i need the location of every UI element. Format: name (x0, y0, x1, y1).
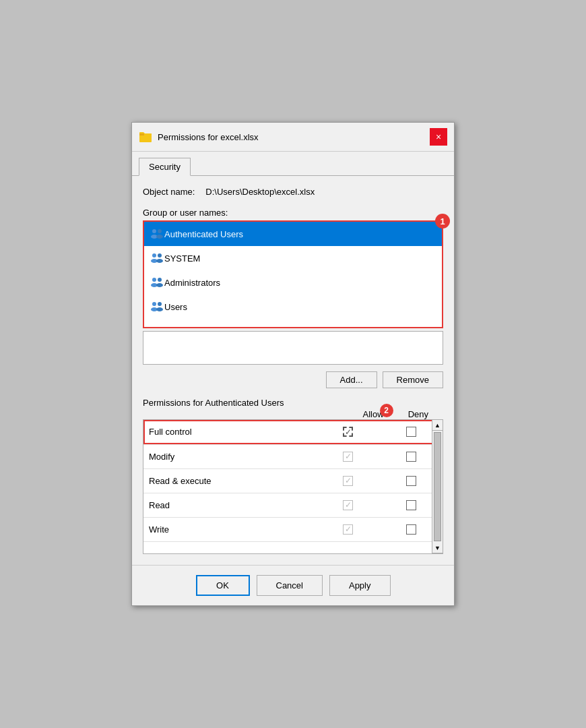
table-row[interactable]: Write (143, 517, 443, 541)
list-item[interactable]: SYSTEM (144, 246, 442, 270)
tab-bar: Security (132, 152, 454, 175)
user-group-icon (150, 299, 164, 314)
deny-checkbox[interactable] (406, 427, 416, 437)
add-button[interactable]: Add... (326, 371, 377, 388)
badge-2: 2 (380, 404, 393, 417)
extra-user-list[interactable] (143, 331, 443, 365)
badge-1: 1 (435, 214, 450, 229)
user-name: Users (164, 302, 187, 312)
user-group-icon (150, 251, 164, 266)
svg-point-2 (152, 229, 156, 233)
allow-cell[interactable] (317, 444, 379, 468)
svg-point-12 (158, 278, 162, 282)
object-name-label: Object name: (143, 187, 195, 197)
svg-rect-1 (139, 133, 144, 135)
svg-point-17 (156, 307, 163, 311)
deny-header: Deny (408, 409, 428, 419)
tab-content: Object name: D:\Users\Desktop\excel.xlsx… (132, 175, 454, 565)
list-item[interactable]: Administrators (144, 270, 442, 295)
permissions-table: Full control Modify (143, 420, 443, 542)
allow-checkbox[interactable] (343, 524, 353, 535)
svg-point-10 (152, 278, 156, 282)
permission-name: Full control (143, 420, 317, 444)
apply-button[interactable]: Apply (329, 575, 391, 596)
allow-checkbox[interactable] (343, 476, 353, 486)
remove-button[interactable]: Remove (383, 371, 443, 388)
permission-name: Read (143, 493, 317, 517)
allow-checkbox[interactable] (343, 500, 353, 510)
allow-cell[interactable] (317, 468, 379, 493)
dialog-footer: OK Cancel Apply (132, 565, 454, 605)
deny-checkbox[interactable] (406, 476, 416, 486)
allow-cell[interactable] (317, 493, 379, 517)
svg-point-6 (152, 253, 156, 257)
user-list-container: 1 Authenticated Users (143, 220, 443, 328)
ok-button[interactable]: OK (196, 575, 250, 596)
allow-cell[interactable] (317, 420, 379, 444)
group-section-label: Group or user names: (143, 208, 443, 218)
user-group-icon (150, 275, 164, 290)
deny-checkbox[interactable] (406, 524, 416, 535)
permissions-label: Permissions for Authenticated Users (143, 398, 443, 408)
table-row[interactable]: Full control (143, 420, 443, 444)
user-name: Administrators (164, 278, 220, 288)
user-buttons-row: Add... Remove (143, 371, 443, 388)
permissions-table-wrapper: Full control Modify (143, 419, 443, 554)
svg-point-13 (156, 283, 163, 287)
table-row[interactable]: Read & execute (143, 468, 443, 493)
permissions-dialog: Permissions for excel.xlsx × Security Ob… (131, 122, 455, 606)
table-row[interactable]: Read (143, 493, 443, 517)
scroll-down-button[interactable]: ▼ (432, 543, 443, 553)
allow-header: Allow 2 (363, 409, 384, 419)
user-group-icon (150, 226, 164, 241)
deny-checkbox[interactable] (406, 452, 416, 462)
svg-point-9 (156, 259, 163, 263)
permission-name: Modify (143, 444, 317, 468)
list-item[interactable]: Users (144, 295, 442, 319)
folder-icon (139, 130, 152, 144)
user-name: SYSTEM (164, 253, 200, 264)
close-button[interactable]: × (430, 128, 447, 146)
permission-name: Read & execute (143, 468, 317, 493)
svg-point-5 (156, 235, 163, 239)
svg-point-8 (158, 253, 162, 257)
svg-point-14 (152, 302, 156, 306)
title-bar: Permissions for excel.xlsx × (132, 123, 454, 152)
svg-point-4 (158, 229, 162, 233)
scroll-thumb[interactable] (434, 432, 441, 541)
cancel-button[interactable]: Cancel (257, 575, 323, 596)
allow-checkbox[interactable] (343, 427, 353, 437)
object-name-row: Object name: D:\Users\Desktop\excel.xlsx (143, 187, 443, 197)
object-name-value: D:\Users\Desktop\excel.xlsx (205, 187, 315, 197)
scrollbar[interactable]: ▲ ▼ (432, 420, 443, 553)
list-item[interactable]: Authenticated Users (144, 222, 442, 246)
permissions-header: Allow 2 Deny (143, 409, 443, 419)
svg-point-16 (158, 302, 162, 306)
allow-checkbox[interactable] (343, 452, 353, 462)
deny-checkbox[interactable] (406, 500, 416, 510)
user-name: Authenticated Users (164, 229, 243, 239)
table-row[interactable]: Modify (143, 444, 443, 468)
allow-cell[interactable] (317, 517, 379, 541)
scroll-up-button[interactable]: ▲ (432, 420, 443, 431)
tab-security[interactable]: Security (139, 158, 191, 176)
user-list[interactable]: Authenticated Users SYSTEM (143, 220, 443, 328)
permission-name: Write (143, 517, 317, 541)
dialog-title: Permissions for excel.xlsx (158, 132, 430, 142)
